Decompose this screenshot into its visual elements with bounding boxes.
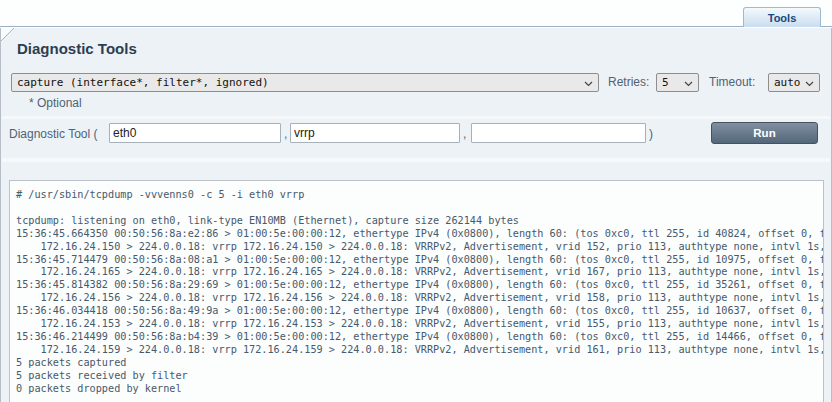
arg-separator: , [284,124,287,144]
output-text: # /usr/sbin/tcpdump -vvvenns0 -c 5 -i et… [10,181,823,396]
retries-label: Retries: [608,73,649,92]
tab-tools-label: Tools [768,12,797,24]
diagnostic-tools-panel: Diagnostic Tools capture (interface*, fi… [0,28,832,402]
retries-select-value: 5 [657,76,682,89]
chevron-down-icon [805,81,814,87]
retries-select[interactable]: 5 [656,73,699,92]
arg-input-ignored[interactable] [471,123,646,143]
optional-note: * Optional [29,94,82,113]
diagnostic-tool-label: Diagnostic Tool ( [9,124,98,144]
panel-corner-notch [1,28,14,41]
row-divider [2,158,830,162]
tab-bar [0,0,832,27]
close-paren: ) [649,124,653,144]
timeout-select[interactable]: auto [768,73,820,92]
chevron-down-icon [584,81,593,87]
chevron-down-icon [684,81,693,87]
timeout-select-value: auto [769,76,803,89]
timeout-label: Timeout: [709,73,755,92]
tool-select[interactable]: capture (interface*, filter*, ignored) [11,73,599,92]
run-button[interactable]: Run [711,122,818,144]
arg-input-filter[interactable] [290,123,460,143]
arg-separator: , [463,124,466,144]
tool-select-value: capture (interface*, filter*, ignored) [12,76,582,89]
tab-tools[interactable]: Tools [743,7,821,27]
output-panel: # /usr/sbin/tcpdump -vvvenns0 -c 5 -i et… [9,180,824,402]
row-divider [2,116,830,119]
page-title: Diagnostic Tools [17,40,137,57]
arg-input-interface[interactable] [109,123,281,143]
